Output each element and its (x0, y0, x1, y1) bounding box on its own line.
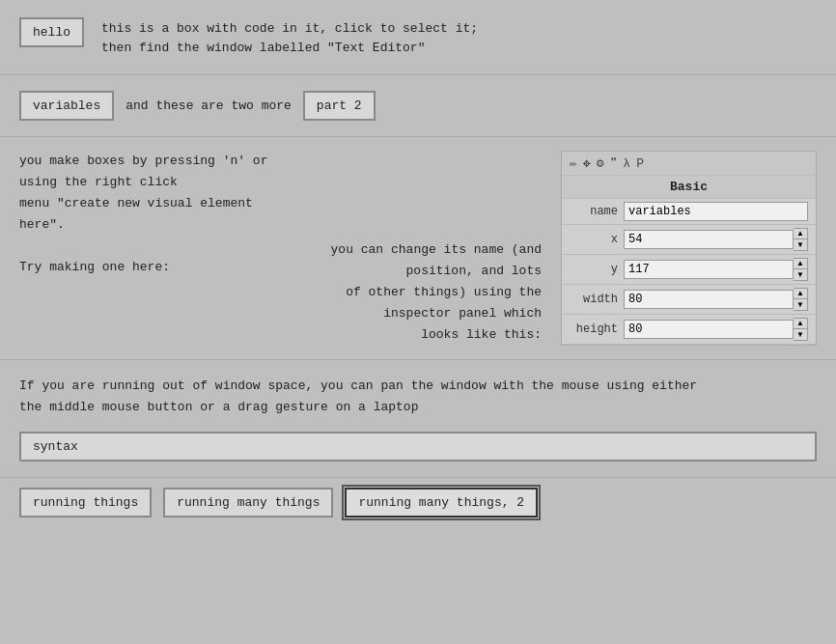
inspector-section-title: Basic (562, 176, 816, 199)
inspector-width-down[interactable]: ▼ (794, 299, 807, 310)
running-box-2[interactable]: running many things, 2 (345, 488, 538, 518)
pan-section: If you are running out of window space, … (0, 360, 836, 432)
inspector-width-field-group: ▲ ▼ (624, 288, 808, 311)
inspector-y-spinner: ▲ ▼ (794, 258, 808, 281)
running-box-0[interactable]: running things (19, 488, 152, 518)
inspector-name-label: name (570, 205, 618, 218)
inspector-y-field-group: ▲ ▼ (624, 258, 808, 281)
inspector-height-input[interactable] (624, 320, 794, 339)
variables-box[interactable]: variables (19, 91, 114, 121)
quote-icon[interactable]: ❞ (609, 155, 617, 171)
variables-section: variables and these are two more part 2 (0, 75, 836, 136)
hello-desc-line2: then find the window labelled "Text Edit… (101, 39, 478, 58)
hello-box[interactable]: hello (19, 17, 84, 47)
inspector-height-down[interactable]: ▼ (794, 329, 807, 340)
syntax-box[interactable]: syntax (19, 432, 817, 462)
inspector-y-up[interactable]: ▲ (794, 259, 807, 269)
inspector-height-spinner: ▲ ▼ (794, 318, 808, 341)
p-icon[interactable]: P (636, 156, 644, 171)
inspector-panel: ✏ ✥ ⚙ ❞ λ P Basic name x ▲ ▼ (561, 151, 817, 346)
inspector-y-input[interactable] (624, 260, 794, 279)
running-section: running thingsrunning many thingsrunning… (0, 478, 836, 533)
main-left-para2: Try making one here: (19, 257, 271, 278)
running-box-1[interactable]: running many things (163, 488, 333, 518)
inspector-x-label: x (570, 233, 618, 246)
move-icon[interactable]: ✥ (583, 155, 591, 171)
part2-box[interactable]: part 2 (303, 91, 376, 121)
inspector-x-input[interactable] (624, 230, 794, 249)
inspector-y-down[interactable]: ▼ (794, 269, 807, 280)
inspector-width-up[interactable]: ▲ (794, 289, 807, 299)
inspector-x-down[interactable]: ▼ (794, 239, 807, 250)
inspector-toolbar: ✏ ✥ ⚙ ❞ λ P (562, 152, 816, 176)
main-right-text: you can change its name (and position, a… (291, 151, 543, 346)
inspector-width-spinner: ▲ ▼ (794, 288, 808, 311)
inspector-x-field-group: ▲ ▼ (624, 228, 808, 251)
syntax-section: syntax (0, 432, 836, 477)
inspector-x-row: x ▲ ▼ (562, 225, 816, 255)
inspector-name-row: name (562, 199, 816, 225)
inspector-x-spinner: ▲ ▼ (794, 228, 808, 251)
lambda-icon[interactable]: λ (623, 156, 630, 171)
inspector-height-up[interactable]: ▲ (794, 319, 807, 329)
main-left-text: you make boxes by pressing 'n' or using … (19, 151, 271, 346)
main-right-para: you can change its name (and position, a… (291, 239, 543, 346)
inspector-x-up[interactable]: ▲ (794, 229, 807, 239)
inspector-name-input[interactable] (624, 202, 808, 221)
between-text: and these are two more (125, 98, 292, 113)
hello-description: this is a box with code in it, click to … (101, 17, 478, 57)
inspector-width-row: width ▲ ▼ (562, 285, 816, 315)
hello-desc-line1: this is a box with code in it, click to … (101, 19, 478, 39)
inspector-width-input[interactable] (624, 290, 794, 309)
inspector-height-label: height (570, 322, 618, 336)
inspector-name-field-group (624, 202, 808, 221)
edit-icon[interactable]: ✏ (570, 155, 577, 171)
inspector-height-row: height ▲ ▼ (562, 315, 816, 345)
gear-icon[interactable]: ⚙ (597, 155, 604, 171)
pan-text: If you are running out of window space, … (19, 376, 817, 418)
hello-section: hello this is a box with code in it, cli… (0, 0, 836, 74)
main-left-para1: you make boxes by pressing 'n' or using … (19, 151, 271, 236)
main-section: you make boxes by pressing 'n' or using … (0, 137, 836, 359)
inspector-height-field-group: ▲ ▼ (624, 318, 808, 341)
inspector-width-label: width (570, 293, 618, 306)
inspector-y-row: y ▲ ▼ (562, 255, 816, 285)
inspector-y-label: y (570, 263, 618, 276)
